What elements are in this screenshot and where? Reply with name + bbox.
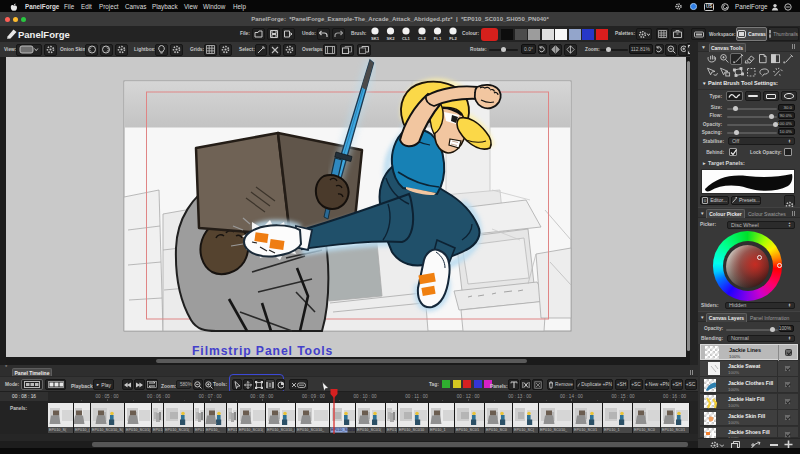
svg-text:EP010_SC01: EP010_SC01 bbox=[574, 428, 597, 432]
svg-text:EP01C: EP01C bbox=[195, 428, 205, 432]
svg-text:EP010_SC0: EP010_SC0 bbox=[634, 428, 655, 432]
svg-text:EP010_SC01(: EP010_SC01( bbox=[357, 428, 382, 432]
svg-text:EP010_(: EP010_( bbox=[75, 428, 91, 432]
svg-text:EP010_1: EP010_1 bbox=[430, 428, 446, 432]
svg-text:CL1: CL1 bbox=[402, 36, 411, 41]
svg-text:SK1: SK1 bbox=[371, 36, 380, 41]
svg-text:EP010_SC010: EP010_SC010 bbox=[399, 428, 424, 432]
svg-text:EP010_SC010_(: EP010_SC010_( bbox=[267, 428, 296, 432]
svg-text:EP010_SC01(: EP010_SC01( bbox=[165, 428, 190, 432]
svg-text:EP010_SC01: EP010_SC01 bbox=[662, 428, 685, 432]
svg-text:EP010_1: EP010_1 bbox=[604, 428, 620, 432]
svg-text:FL2: FL2 bbox=[449, 36, 457, 41]
svg-text:EP010_S(: EP010_S( bbox=[49, 428, 67, 432]
svg-text:EP010_SC0: EP010_SC0 bbox=[486, 428, 507, 432]
svg-text:EP010_SC010_: EP010_SC010_ bbox=[540, 428, 568, 432]
svg-text:EP010_SC01(: EP010_SC01( bbox=[126, 428, 151, 432]
svg-text:EP010_SC01(: EP010_SC01( bbox=[239, 428, 264, 432]
svg-text:EP010_SC010_S(: EP010_SC010_S( bbox=[92, 428, 124, 432]
svg-text:EP01(: EP01( bbox=[153, 428, 164, 432]
svg-text:CL2: CL2 bbox=[418, 36, 427, 41]
svg-text:EP01(: EP01( bbox=[387, 428, 398, 432]
svg-text:EP010_SC01: EP010_SC01 bbox=[456, 428, 479, 432]
svg-text:EP01(: EP01( bbox=[228, 428, 238, 432]
svg-text:FL1: FL1 bbox=[434, 36, 442, 41]
svg-text:EP010_SC(: EP010_SC( bbox=[514, 428, 535, 432]
svg-text:EP010_: EP010_ bbox=[206, 428, 220, 432]
svg-text:SK2: SK2 bbox=[386, 36, 395, 41]
svg-text:EP010_SC010_: EP010_SC010_ bbox=[297, 428, 325, 432]
